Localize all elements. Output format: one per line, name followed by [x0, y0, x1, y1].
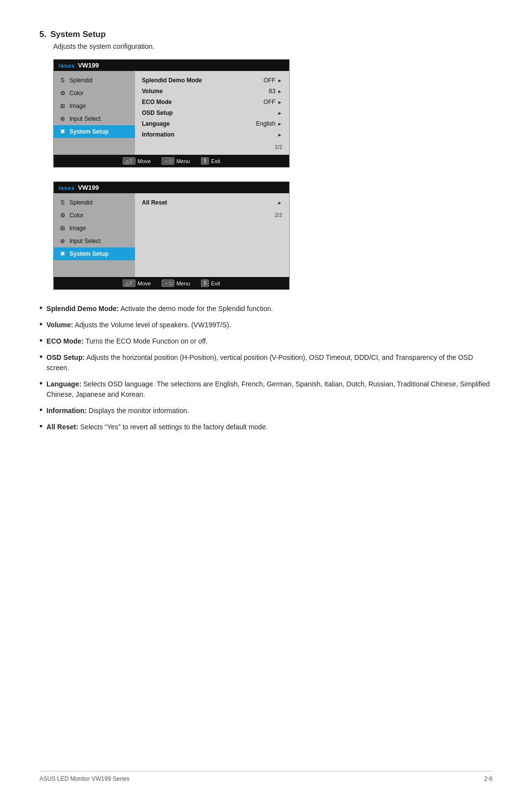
language-label: Language [142, 120, 170, 127]
footer-exit-1: S Exit [201, 157, 220, 165]
splendid-icon-1: S [59, 76, 66, 84]
sidebar-color-label-1: Color [69, 90, 84, 97]
all-reset-label: All Reset [142, 199, 167, 206]
sidebar-system-setup-1[interactable]: ✖ System Setup [54, 125, 135, 138]
sidebar-color-2[interactable]: ⚙ Color [54, 209, 135, 222]
volume-value: 83 ► [269, 88, 282, 95]
eco-mode-label: ECO Mode [142, 99, 172, 105]
sidebar-splendid-label-2: Splendid [69, 199, 93, 206]
footer-move-2: △▽ Move [123, 279, 151, 287]
eco-mode-arrow: ► [277, 100, 282, 105]
input-select-icon-1: ⊕ [59, 115, 66, 123]
sidebar-image-label-1: Image [69, 103, 86, 109]
osd-setup-arrow: ► [277, 110, 282, 116]
sidebar-input-select-2[interactable]: ⊕ Input Select [54, 235, 135, 247]
bullet-dot-2: • [39, 320, 42, 330]
eco-mode-value: OFF ► [264, 99, 282, 105]
row-language: Language English ► [142, 118, 282, 129]
splendid-demo-arrow: ► [277, 78, 282, 83]
row-osd-setup: OSD Setup ► [142, 107, 282, 118]
information-arrow: ► [277, 132, 282, 138]
asus-logo-2: /asus [59, 185, 75, 191]
color-icon-2: ⚙ [59, 211, 66, 219]
sidebar-splendid-1[interactable]: S Splendid [54, 74, 135, 87]
page-footer: ASUS LED Monitor VW199 Series 2-6 [39, 771, 493, 782]
monitor-header-1: /asus VW199 [54, 60, 289, 71]
sidebar-input-label-1: Input Select [69, 115, 100, 122]
language-arrow: ► [277, 121, 282, 127]
page-num-1: 1/2 [142, 144, 282, 150]
splendid-demo-value: OFF ► [264, 77, 282, 84]
all-reset-value: ► [277, 200, 282, 206]
all-reset-arrow: ► [277, 200, 282, 206]
section-number: 5. [39, 30, 46, 39]
osd-monitor-1: /asus VW199 S Splendid ⚙ Color ⊞ Image ⊕… [53, 59, 290, 168]
exit-label-2: Exit [211, 280, 220, 286]
bullet-language: • Language: Selects OSD language. The se… [39, 379, 493, 400]
bullet-eco-mode: • ECO Mode: Turns the ECO Mode Function … [39, 336, 493, 347]
menu-content-2: All Reset ► 2/2 [135, 193, 289, 277]
row-volume: Volume 83 ► [142, 86, 282, 97]
model-name-1: VW199 [78, 62, 99, 69]
bullet-dot-1: • [39, 304, 42, 314]
move-label-2: Move [137, 280, 151, 286]
volume-arrow: ► [277, 89, 282, 94]
exit-icon-2: S [201, 279, 209, 287]
sidebar-system-setup-2[interactable]: ✖ System Setup [54, 247, 135, 260]
menu-icon-1: ←□ [162, 157, 174, 165]
image-icon-2: ⊞ [59, 224, 66, 232]
sidebar-system-label-1: System Setup [69, 128, 108, 135]
sidebar-splendid-2[interactable]: S Splendid [54, 196, 135, 209]
footer-left: ASUS LED Monitor VW199 Series [39, 775, 130, 782]
bullet-volume: • Volume: Adjusts the Volume level of sp… [39, 320, 493, 330]
bullet-dot-5: • [39, 379, 42, 389]
row-all-reset: All Reset ► [142, 197, 282, 208]
menu-content-1: Splendid Demo Mode OFF ► Volume 83 ► ECO… [135, 71, 289, 155]
bullet-all-reset: • All Reset: Selects “Yes” to revert all… [39, 422, 493, 432]
exit-label-1: Exit [211, 158, 220, 164]
section-number-title: 5. System Setup [39, 30, 493, 39]
footer-menu-1: ←□ Menu [162, 157, 190, 165]
bullet-dot-6: • [39, 406, 42, 416]
footer-right: 2-6 [484, 775, 493, 782]
bullet-text-all-reset: All Reset: Selects “Yes” to revert all s… [46, 422, 267, 432]
information-value: ► [277, 132, 282, 138]
menu-icon-2: ←□ [162, 279, 174, 287]
information-label: Information [142, 131, 174, 138]
page-num-2: 2/2 [142, 212, 282, 218]
monitor-header-2: /asus VW199 [54, 182, 289, 193]
sidebar-color-label-2: Color [69, 212, 84, 219]
bullet-list: • Splendid Demo Mode: Activate the demo … [39, 304, 493, 432]
bullet-text-language: Language: Selects OSD language. The sele… [46, 379, 493, 400]
menu-label-2: Menu [176, 280, 190, 286]
bullet-osd-setup: • OSD Setup: Adjusts the horizontal posi… [39, 352, 493, 373]
row-information: Information ► [142, 129, 282, 140]
sidebar-image-1[interactable]: ⊞ Image [54, 100, 135, 112]
sidebar-splendid-label-1: Splendid [69, 77, 93, 84]
sidebar-color-1[interactable]: ⚙ Color [54, 87, 135, 100]
bullet-text-eco-mode: ECO Mode: Turns the ECO Mode Function on… [46, 336, 207, 347]
language-value: English ► [256, 120, 282, 127]
move-icon-2: △▽ [123, 279, 135, 287]
section-title: System Setup [50, 30, 105, 39]
sidebar-input-select-1[interactable]: ⊕ Input Select [54, 112, 135, 125]
bullet-dot-7: • [39, 422, 42, 432]
bullet-text-osd-setup: OSD Setup: Adjusts the horizontal positi… [46, 352, 493, 373]
monitor-footer-1: △▽ Move ←□ Menu S Exit [54, 155, 289, 167]
osd-setup-value: ► [277, 110, 282, 116]
bullet-dot-3: • [39, 336, 42, 346]
menu-label-1: Menu [176, 158, 190, 164]
row-splendid-demo: Splendid Demo Mode OFF ► [142, 75, 282, 86]
bullet-information: • Information: Displays the monitor info… [39, 406, 493, 416]
footer-exit-2: S Exit [201, 279, 220, 287]
asus-logo-1: /asus [59, 63, 75, 69]
bullet-text-volume: Volume: Adjusts the Volume level of spea… [46, 320, 231, 330]
move-label-1: Move [137, 158, 151, 164]
sidebar-1: S Splendid ⚙ Color ⊞ Image ⊕ Input Selec… [54, 71, 135, 155]
sidebar-image-2[interactable]: ⊞ Image [54, 222, 135, 235]
bullet-text-information: Information: Displays the monitor inform… [46, 406, 189, 416]
bullet-text-splendid-demo: Splendid Demo Mode: Activate the demo mo… [46, 304, 273, 314]
volume-label: Volume [142, 88, 163, 95]
osd-monitor-2: /asus VW199 S Splendid ⚙ Color ⊞ Image ⊕… [53, 181, 290, 290]
sidebar-image-label-2: Image [69, 225, 86, 232]
